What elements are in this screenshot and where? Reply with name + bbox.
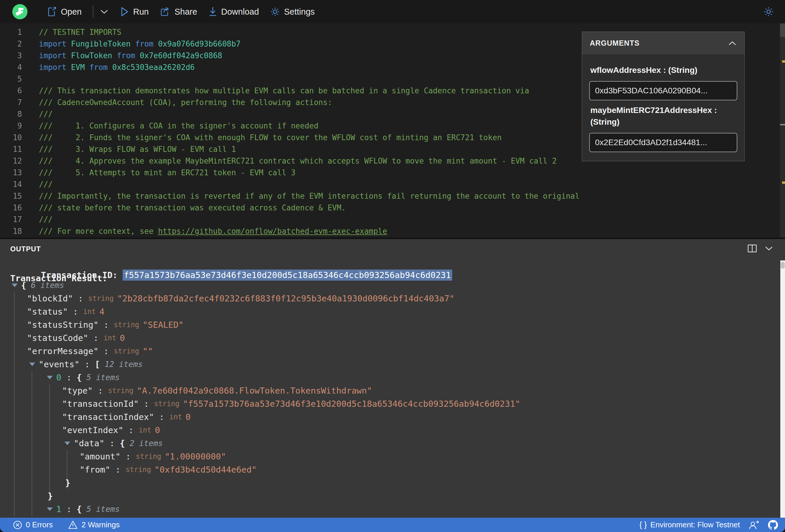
json-key: "status" (27, 307, 68, 316)
arguments-panel-header[interactable]: ARGUMENTS (582, 32, 744, 54)
json-row: } (0, 489, 780, 503)
collapse-triangle-icon[interactable] (47, 507, 53, 511)
collapse-triangle-icon[interactable] (47, 376, 53, 379)
json-brace: { (21, 280, 26, 290)
code-token: /// (39, 215, 53, 224)
json-val: "" (143, 346, 153, 356)
json-type: int (83, 308, 96, 316)
collapse-triangle-icon[interactable] (65, 441, 70, 445)
line-number: 3 (0, 51, 22, 60)
code-token: /// state before the transaction was exe… (39, 203, 346, 212)
run-label: Run (133, 7, 149, 17)
json-colon: : (80, 359, 95, 369)
code-token: from (117, 51, 140, 60)
code-line[interactable]: 16/// state before the transaction was e… (0, 202, 779, 213)
warning-annotation-mark (782, 181, 785, 184)
json-val: "f557a1573b76aa53e73d46f3e10d200d5c18a65… (183, 399, 520, 409)
output-scrollbar[interactable] (780, 260, 785, 518)
toolbar: Open Run Share (0, 0, 785, 23)
collapse-triangle-icon[interactable] (29, 362, 35, 366)
json-type: string (154, 400, 179, 408)
line-number: 9 (0, 122, 22, 130)
overview-mark (780, 124, 785, 125)
json-brace: { (120, 438, 125, 448)
json-row: "status" : int4 (0, 305, 780, 318)
code-line[interactable]: 17/// (0, 213, 779, 225)
code-link[interactable]: https://github.com/onflow/batched-evm-ex… (158, 227, 387, 235)
json-type: string (114, 347, 139, 355)
code-token: 0x9a0766d93b6608b7 (158, 40, 240, 48)
json-row: "transactionIndex" : int0 (0, 410, 780, 424)
json-val: "A.7e60df042a9c0868.FlowToken.TokensWith… (137, 386, 372, 396)
errors-status[interactable]: 0 Errors (13, 520, 53, 530)
json-type: string (108, 386, 133, 395)
json-key: "data" (74, 438, 104, 448)
json-colon: : (121, 452, 136, 461)
code-line[interactable]: 13/// 5. Attempts to mint an ERC721 toke… (0, 167, 779, 178)
json-val: 0 (155, 425, 160, 435)
editor-scrollbar[interactable] (780, 23, 785, 237)
share-button[interactable]: Share (160, 7, 197, 17)
github-icon[interactable] (768, 520, 778, 530)
environment-status[interactable]: { } Environment: Flow Testnet (639, 520, 740, 529)
settings-button[interactable]: Settings (270, 7, 315, 17)
json-row: "eventIndex" : int0 (0, 424, 780, 437)
split-view-icon[interactable] (748, 244, 757, 253)
app-window: Open Run Share (0, 0, 785, 532)
json-val: 4 (99, 307, 104, 316)
download-button[interactable]: Download (208, 6, 259, 17)
code-line[interactable]: 18/// For more context, see https://gith… (0, 225, 779, 237)
code-token: import (39, 51, 71, 60)
argument-label: wflowAddressHex : (String) (590, 65, 731, 76)
json-key: "errorMessage" (27, 346, 98, 356)
theme-toggle-sun-icon[interactable] (763, 6, 774, 17)
collapse-chevron-up-icon[interactable] (728, 41, 737, 46)
code-token: EVM (71, 63, 90, 72)
settings-label: Settings (284, 7, 315, 17)
json-colon: : (88, 333, 104, 343)
json-brace: } (65, 478, 70, 488)
feedback-person-icon[interactable] (749, 520, 759, 530)
argument-input-maybemint[interactable] (589, 133, 737, 152)
line-number: 10 (0, 133, 22, 142)
toolbar-divider (93, 5, 93, 18)
line-number: 13 (0, 168, 22, 177)
json-idx: 0 (56, 373, 61, 382)
output-scrollbar-thumb[interactable] (781, 262, 785, 269)
open-button[interactable]: Open (47, 7, 82, 17)
json-key: "transactionId" (62, 399, 139, 409)
argument-input-wflow[interactable] (589, 81, 737, 100)
collapse-output-chevron-icon[interactable] (764, 246, 773, 251)
json-type: int (104, 334, 116, 342)
share-label: Share (174, 7, 197, 17)
gear-icon (270, 7, 280, 17)
code-line[interactable]: 15/// Importantly, the transaction is re… (0, 190, 779, 202)
code-token: /// Importantly, the transaction is reve… (39, 192, 580, 200)
json-brace: } (48, 491, 53, 501)
json-key: "type" (62, 386, 93, 396)
json-items: 5 items (86, 505, 120, 513)
collapse-triangle-icon[interactable] (12, 283, 18, 287)
code-token: 0x7e60df042a9c0868 (140, 51, 222, 60)
json-colon: : (98, 320, 113, 330)
run-button[interactable]: Run (120, 7, 149, 17)
json-key: "from" (80, 465, 110, 475)
warnings-status[interactable]: 2 Warnings (68, 520, 120, 530)
json-row: 0 : {5 items (0, 371, 780, 384)
code-token: /// 3. Wraps FLOW as WFLOW - EVM call 1 (39, 145, 236, 154)
json-colon: : (124, 425, 139, 435)
error-circle-icon (13, 520, 22, 530)
arguments-title: ARGUMENTS (590, 39, 639, 47)
editor-scrollbar-thumb[interactable] (780, 23, 785, 37)
json-key: "blockId" (27, 294, 73, 303)
line-number: 15 (0, 192, 22, 200)
code-line[interactable]: 14/// (0, 178, 779, 190)
output-title: OUTPUT (10, 245, 41, 253)
warnings-label: 2 Warnings (81, 520, 120, 529)
json-val: "SEALED" (143, 320, 184, 330)
open-dropdown-chevron-icon[interactable] (100, 9, 108, 14)
warning-triangle-icon (68, 520, 78, 530)
flow-logo-icon[interactable] (12, 4, 27, 19)
open-file-icon (47, 7, 57, 17)
json-colon: : (73, 294, 88, 303)
